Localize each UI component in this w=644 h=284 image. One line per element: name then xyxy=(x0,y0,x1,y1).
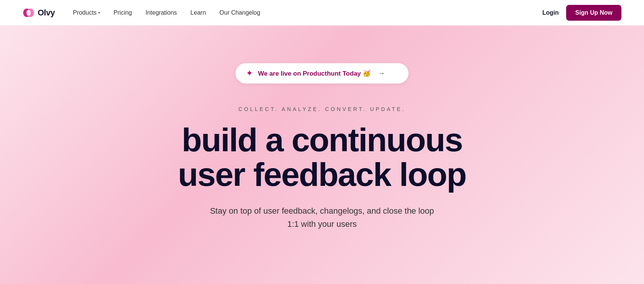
nav-item-integrations[interactable]: Integrations xyxy=(146,9,177,16)
nav-link-learn[interactable]: Learn xyxy=(190,9,206,16)
login-button[interactable]: Login xyxy=(542,9,559,16)
nav-link-products[interactable]: Products ▾ xyxy=(73,9,100,16)
navbar-left: Olvy Products ▾ Pricing Integrations xyxy=(23,7,260,19)
announcement-banner[interactable]: ✦ We are live on Producthunt Today 🥳 → xyxy=(235,63,409,84)
nav-link-integrations[interactable]: Integrations xyxy=(146,9,177,16)
logo-text: Olvy xyxy=(38,8,55,18)
olvy-logo-icon xyxy=(23,7,35,19)
hero-section: ✦ We are live on Producthunt Today 🥳 → C… xyxy=(0,26,644,284)
hero-headline: build a continuous user feedback loop xyxy=(178,123,466,192)
nav-link-changelog[interactable]: Our Changelog xyxy=(219,9,260,16)
nav-item-changelog[interactable]: Our Changelog xyxy=(219,9,260,16)
signup-button[interactable]: Sign Up Now xyxy=(566,5,621,21)
hero-headline-line1: build a continuous xyxy=(182,121,462,158)
announcement-arrow-icon: → xyxy=(378,70,385,77)
nav-item-products[interactable]: Products ▾ xyxy=(73,9,100,16)
nav-link-pricing[interactable]: Pricing xyxy=(114,9,132,16)
navbar: Olvy Products ▾ Pricing Integrations xyxy=(0,0,644,26)
products-dropdown-chevron: ▾ xyxy=(98,11,100,15)
navbar-right: Login Sign Up Now xyxy=(542,5,621,21)
announcement-text: We are live on Producthunt Today 🥳 xyxy=(258,70,371,77)
logo[interactable]: Olvy xyxy=(23,7,55,19)
nav-item-learn[interactable]: Learn xyxy=(190,9,206,16)
hero-subheadline: Stay on top of user feedback, changelogs… xyxy=(205,204,439,231)
nav-links: Products ▾ Pricing Integrations Learn xyxy=(73,9,260,16)
sparkle-icon: ✦ xyxy=(246,68,253,78)
nav-item-pricing[interactable]: Pricing xyxy=(114,9,132,16)
hero-tagline: COLLECT. ANALYZE. CONVERT. UPDATE. xyxy=(238,106,406,112)
hero-headline-line2: user feedback loop xyxy=(178,156,466,193)
svg-point-2 xyxy=(26,10,30,16)
